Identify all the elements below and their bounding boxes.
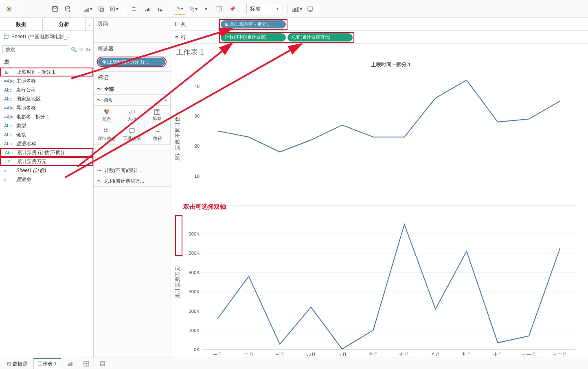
field-label: 累计票房 (计数(不同)) [17,149,64,156]
dual-axis-annotation: 双击可选择双轴 [183,203,226,211]
field-item[interactable]: Abc度量名称 [0,139,93,148]
field-label: 发行公司 [16,87,36,94]
field-type-icon: Abc [5,150,15,155]
swap-icon[interactable] [128,3,140,15]
highlight-icon[interactable]: ✎▾ [174,3,186,15]
fit-dropdown[interactable]: 标准▼ [246,4,283,14]
columns-pill-month[interactable]: ⊞ 月(上映时间 - 拆分.. [221,20,286,28]
tables-header: 表 [0,56,93,68]
clear-icon[interactable]: ▾ [108,3,120,15]
rows-shelf[interactable]: ≡行 计数(不同)(累计票房) 总和(累计票房万元) [171,31,588,44]
marks-label-button[interactable]: T标签 [145,106,170,125]
field-item[interactable]: =Abc导演名称 [0,103,93,112]
field-item[interactable]: =Abc电影名 - 拆分 1 [0,112,93,121]
svg-rect-20 [158,8,159,11]
columns-shelf[interactable]: iii列 ⊞ 月(上映时间 - 拆分.. [171,18,588,31]
pin-icon[interactable]: 📌 [226,3,238,15]
field-label: 链接 [16,131,26,138]
svg-point-35 [132,110,135,113]
rows-pill-sum[interactable]: 总和(累计票房万元) [287,33,353,41]
marks-measure-row-2[interactable]: 〜总和(累计票房万... [94,176,171,186]
field-item[interactable]: Abc累计票房 (计数(不同)) [0,148,93,157]
new-sheet-icon[interactable]: ▾ [82,3,94,15]
field-item[interactable]: #Sheet1 (计数) [0,166,93,175]
sort-asc-icon[interactable] [141,3,153,15]
worksheet-tab[interactable]: 工作表 1 [33,358,61,369]
marks-all-header[interactable]: 〜全部 [94,84,171,95]
datasource-item[interactable]: Sheet1 (中国电影网电影_... [0,31,93,43]
field-item[interactable]: Abc国家及地区 [0,94,93,103]
field-type-icon: # [4,168,14,173]
svg-text:十一月: 十一月 [522,352,536,356]
svg-text:400K: 400K [189,270,200,275]
svg-rect-12 [99,7,102,10]
field-label: 主演名称 [16,78,36,85]
svg-rect-27 [308,7,313,10]
svg-rect-5 [54,7,56,8]
svg-rect-10 [86,9,87,11]
filter-fields-icon[interactable]: ▽ [79,47,84,52]
field-item[interactable]: =Abc主演名称 [0,76,93,85]
filter-pill-year[interactable]: 年(上映时间 - 拆分 1):... [98,58,165,66]
duplicate-icon[interactable] [95,3,107,15]
search-icon[interactable]: 🔍 [71,47,77,52]
forward-icon[interactable]: → [36,3,48,15]
marks-tooltip-button[interactable]: 工具提示 [119,125,145,145]
collapse-left-icon[interactable]: ‹ [85,18,93,31]
analysis-tab[interactable]: 分析 [43,18,85,31]
field-label: 国家及地区 [16,96,41,103]
main-toolbar: ← → ▾ ▾ ✎▾ 📎▾ ▾ T 📌 标准▼ ▾ [0,0,588,18]
marks-measure-row-1[interactable]: 〜计数(不同)(累计... [94,166,171,176]
field-list: ⊞上映时间 - 拆分 1=Abc主演名称Abc发行公司Abc国家及地区=Abc导… [0,68,93,358]
svg-rect-36 [104,129,105,130]
svg-point-30 [4,34,8,35]
marks-size-button[interactable]: 大小 [119,106,145,125]
data-tab[interactable]: 数据 [0,18,43,31]
new-dashboard-tab-icon[interactable] [79,359,94,368]
worksheet-title[interactable]: 工作表 1 [171,44,588,59]
svg-text:十二月: 十二月 [553,352,567,356]
svg-rect-11 [88,8,89,11]
mark-type-dropdown[interactable]: 〜自动▼ [94,95,170,106]
pages-shelf[interactable] [94,30,171,42]
sort-desc-icon[interactable] [154,3,166,15]
svg-point-31 [104,109,107,112]
svg-rect-19 [148,8,149,11]
svg-text:10: 10 [194,174,200,179]
chart-viewport[interactable]: 双击可选择双轴 上映时间 - 拆分 1010203040累计票房 不同计数0K1… [171,59,588,358]
new-worksheet-tab-icon[interactable] [63,359,77,368]
field-item[interactable]: ⊞上映时间 - 拆分 1 [0,68,93,76]
totals-icon[interactable]: ▾ [200,3,212,15]
svg-rect-13 [100,8,103,11]
field-type-icon: Abc [4,87,14,92]
field-item[interactable]: #度量值 [0,175,93,184]
detail-icon [104,128,110,135]
tooltip-icon [129,128,135,135]
search-input[interactable] [2,45,69,54]
marks-color-button[interactable]: 颜色 [94,106,119,125]
marks-detail-button[interactable]: 详细信息 [94,125,119,145]
field-menu-icon[interactable]: ≡▾ [86,47,91,52]
field-item[interactable]: =#累计票房万元 [0,157,93,166]
label-icon[interactable]: T [213,3,225,15]
field-item[interactable]: Abc发行公司 [0,85,93,94]
svg-text:100K: 100K [189,328,200,333]
field-label: 度量名称 [16,140,36,147]
field-item[interactable]: Abc链接 [0,130,93,139]
present-icon[interactable] [305,3,316,15]
save-icon[interactable] [49,3,61,15]
field-item[interactable]: Abc类型 [0,121,93,130]
svg-rect-4 [53,7,57,11]
tableau-logo-icon[interactable] [3,3,15,15]
filters-shelf[interactable]: 年(上映时间 - 拆分 1):... [94,55,171,71]
show-me-icon[interactable]: ▾ [292,3,303,15]
marks-path-button[interactable]: 〜路径 [145,125,170,145]
rows-pill-countd[interactable]: 计数(不同)(累计票房) [221,33,286,41]
svg-rect-24 [294,8,296,12]
back-icon[interactable]: ← [23,3,35,15]
new-datasource-icon[interactable] [62,3,74,15]
data-source-tab[interactable]: ⊞数据源 [2,358,32,369]
new-story-tab-icon[interactable] [95,359,110,368]
attach-icon[interactable]: 📎▾ [187,3,199,15]
size-icon [129,109,135,115]
